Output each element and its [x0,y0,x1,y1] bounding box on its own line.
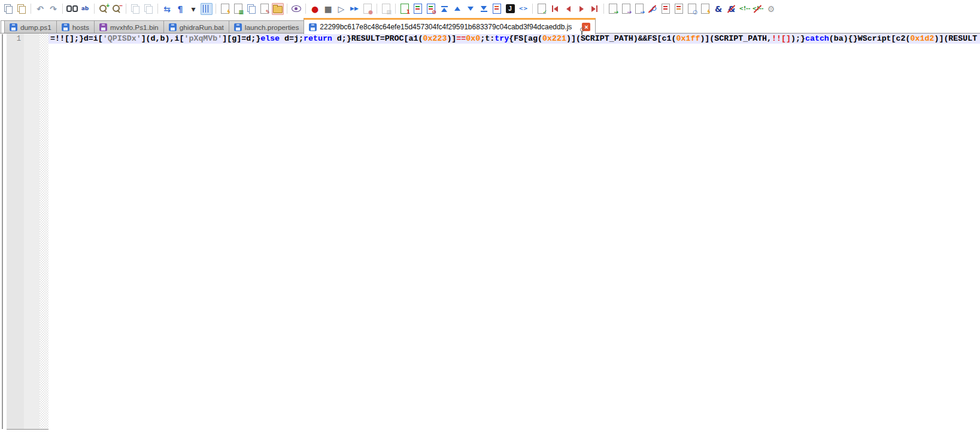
first-diff-icon[interactable] [438,3,450,15]
code-token-default: ][g]=d;} [222,34,260,43]
json-format-icon[interactable]: <> [517,3,529,15]
saved-file-icon [169,23,177,31]
saved-file-icon [99,23,107,31]
code-token-number: 0x223 [423,34,447,43]
code-token-keyword: try [494,34,509,43]
toolbar-separator [31,4,31,14]
toolbar-separator [62,4,63,14]
undo-icon[interactable]: ↶ [34,3,46,15]
code-token-number: 0x1d2 [911,34,935,43]
monitoring-eye-icon[interactable] [290,3,302,15]
code-token-number: 0x1ff [676,34,700,43]
panel-splitter[interactable] [0,34,7,432]
find-icon[interactable] [66,3,78,15]
toolbar-separator [94,4,95,14]
code-token-default: ;t: [480,34,494,43]
copy-icon[interactable] [2,3,14,15]
word-wrap-icon[interactable]: ⇆ [161,3,173,15]
zoom-in-icon[interactable]: + [98,3,110,15]
code-token-default: );} [791,34,805,43]
tab-label: ghidraRun.bat [180,23,224,32]
paste-icon[interactable] [16,3,28,15]
tab-ghidrarun-bat[interactable]: ghidraRun.bat [163,20,229,34]
toolbar-separator [532,4,533,14]
ampersand-disabled-icon[interactable]: & [726,3,738,15]
code-token-default: (ba){}WScript[c2( [829,34,911,43]
code-line-1[interactable]: =!![];}d=i['QPISDx'](d,b),i['pXqMVb'][g]… [48,34,980,44]
document-list-icon[interactable] [245,3,257,15]
next-diff-icon[interactable] [465,3,477,15]
wrench-icon[interactable]: ⚙ [765,3,777,15]
editor-gutter: 1 [7,34,48,430]
run-macro-multiple-icon[interactable]: ▶▶ [348,3,360,15]
toolbar-separator [305,4,306,14]
code-token-red: == [456,34,466,43]
tab-hosts[interactable]: hosts [56,20,95,34]
editor: 1 =!![];}d=i['QPISDx'](d,b),i['pXqMVb'][… [0,34,980,432]
changed-lines-alt-icon[interactable] [673,3,685,15]
changed-lines-icon[interactable] [660,3,672,15]
execute-script-purple-icon[interactable]: → [620,3,632,15]
zoom-out-icon[interactable]: − [111,3,123,15]
toolbar-separator [603,4,604,14]
tab-dump-ps1[interactable]: dump.ps1 [4,20,57,34]
compare-clear-icon[interactable]: ⊘ [425,3,437,15]
last-diff-icon[interactable] [478,3,490,15]
code-token-keyword: catch [805,34,829,43]
compare-set-first-icon[interactable]: 1 [399,3,411,15]
indent-guide-icon[interactable] [201,3,213,15]
show-all-characters-icon[interactable]: ¶ [174,3,186,15]
stop-macro-icon[interactable]: ■ [322,3,334,15]
unpin-document-icon[interactable] [647,3,659,15]
code-token-keyword: return [304,34,332,43]
tab-launch-properties[interactable]: launch.properties [229,20,305,34]
post-it-icon[interactable]: ✎ [259,3,271,15]
save-macro-icon[interactable]: ● [362,3,374,15]
compare-icon[interactable] [412,3,424,15]
record-macro-icon[interactable]: ● [309,3,321,15]
toolbar-separator [126,4,126,14]
previous-diff-icon[interactable] [451,3,463,15]
next-bookmark-icon[interactable] [575,3,587,15]
code-area[interactable]: =!![];}d=i['QPISDx'](d,b),i['pXqMVb'][g]… [48,34,980,432]
tab-mvxhfo-ps1-bin[interactable]: mvxhfo.Ps1.bin [94,20,164,34]
sync-horizontal-scroll-icon[interactable] [142,3,154,15]
html-comment-icon[interactable]: <!-- [739,3,751,15]
tab-bar: dump.ps1hostsmvxhfo.Ps1.binghidraRun.bat… [0,17,980,34]
saved-file-icon [10,23,17,31]
replace-icon[interactable]: ab [79,3,91,15]
playback-macro-icon[interactable]: ▷ [335,3,347,15]
code-token-default: ](d,b),i[ [141,34,184,43]
folder-as-workspace-icon[interactable] [272,3,284,15]
code-token-default: =!![];}d=i[ [50,34,103,43]
previous-bookmark-icon[interactable] [562,3,574,15]
code-token-default: )](SCRIPT_PATH, [700,34,772,43]
syntax-check-icon[interactable]: ✓ [536,3,548,15]
execute-script-blue-icon[interactable]: → [633,3,645,15]
code-token-keyword: else [260,34,280,43]
fold-margin [40,34,48,429]
document-map-icon[interactable]: ▦ [232,3,244,15]
first-bookmark-icon[interactable] [549,3,561,15]
function-list-icon[interactable]: ϟ [219,3,231,15]
search-in-document-icon[interactable]: ○ [686,3,698,15]
code-token-default: )] [447,34,456,43]
macro-tool-icon[interactable]: ▤ [380,3,392,15]
tab-22299-js[interactable]: 22299bc617e8c48c64efe15d457304fc4f29591b… [304,18,596,34]
code-token-default: )](SCRIPT_PATH)&&FS[c1( [566,34,676,43]
execute-script-green-icon[interactable]: → [607,3,619,15]
bookmark-margin[interactable] [24,34,40,429]
saved-file-icon [62,23,69,31]
sync-vertical-scroll-icon[interactable] [129,3,141,15]
dropdown-arrow-icon[interactable]: ▾ [187,3,199,15]
ampersand-icon[interactable]: & [712,3,724,15]
html-comment-disabled-icon[interactable]: <!-- [752,3,764,15]
code-token-red: !![] [772,34,791,43]
jstool-icon[interactable]: J [504,3,516,15]
redo-icon[interactable]: ↷ [47,3,59,15]
compare-nav-bar-icon[interactable] [491,3,503,15]
tab-label: dump.ps1 [20,23,51,32]
last-bookmark-icon[interactable] [588,3,600,15]
run-lightning-icon[interactable]: ϟ [699,3,711,15]
code-token-default: {FS[ag( [509,34,542,43]
